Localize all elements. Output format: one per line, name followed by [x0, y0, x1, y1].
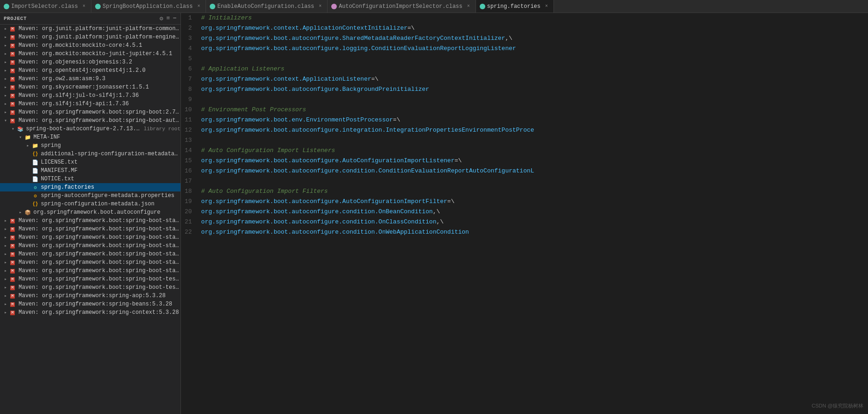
code-line-18: # Auto Configuration Import Filters [201, 186, 864, 197]
tree-item-15[interactable]: {}additional-spring-configuration-metada… [0, 150, 180, 158]
tree-arrow-14: ▸ [24, 143, 32, 148]
tab-spring-factories[interactable]: spring.factories× [476, 0, 554, 13]
line-number-4: 4 [185, 44, 192, 54]
tree-item-32[interactable]: ▸MMaven: org.springframework:spring-aop:… [0, 292, 180, 300]
tree-item-17[interactable]: 📄MANIFEST.MF [0, 166, 180, 175]
tree-arrow-5: ▸ [2, 68, 9, 73]
tree-label-16: LICENSE.txt [41, 159, 77, 166]
tree-arrow-28: ▸ [2, 260, 9, 265]
tree-item-34[interactable]: ▸MMaven: org.springframework:spring-cont… [0, 308, 180, 317]
sidebar-tree: ▸MMaven: org.junit.platform:junit-platfo… [0, 25, 180, 317]
tree-item-3[interactable]: ▸MMaven: org.mockito:mockito-junit-jupit… [0, 50, 180, 58]
tree-item-27[interactable]: ▸MMaven: org.springframework.boot:spring… [0, 250, 180, 258]
tree-item-2[interactable]: ▸MMaven: org.mockito:mockito-core:4.5.1 [0, 41, 180, 50]
tree-arrow-22: ▸ [17, 210, 24, 215]
tab-enable-auto[interactable]: EnableAutoConfiguration.class× [206, 0, 328, 13]
tab-close-spring-factories[interactable]: × [543, 3, 550, 10]
tab-close-spring-boot-app[interactable]: × [195, 3, 202, 10]
tree-item-14[interactable]: ▸📁spring [0, 141, 180, 150]
sidebar-header-icons: ⚙ ≡ − [160, 15, 177, 22]
code-line-1: # Initializers [201, 13, 864, 23]
tree-label-3: Maven: org.mockito:mockito-junit-jupiter… [19, 51, 172, 57]
tree-arrow-1: ▸ [2, 34, 9, 40]
minus-icon[interactable]: − [173, 15, 177, 22]
settings-icon[interactable]: ⚙ [160, 15, 163, 22]
tree-file-icon-22: 📦 [24, 210, 32, 216]
code-line-12: org.springframework.boot.autoconfigure.i… [201, 125, 864, 135]
tree-item-31[interactable]: ▸MMaven: org.springframework.boot:spring… [0, 283, 180, 292]
tree-item-13[interactable]: ▾📁META-INF [0, 133, 180, 141]
tree-item-33[interactable]: ▸MMaven: org.springframework:spring-bean… [0, 300, 180, 308]
tree-item-11[interactable]: ▾MMaven: org.springframework.boot:spring… [0, 116, 180, 125]
tree-label-31: Maven: org.springframework.boot:spring-b… [19, 284, 180, 291]
tree-item-21[interactable]: {}spring-configuration-metadata.json [0, 200, 180, 208]
tree-file-icon-4: M [9, 59, 17, 65]
tree-label-11: Maven: org.springframework.boot:spring-b… [19, 117, 180, 124]
editor[interactable]: 12345678910111213141516171819202122 # In… [181, 13, 868, 414]
tree-item-25[interactable]: ▸MMaven: org.springframework.boot:spring… [0, 233, 180, 242]
tree-file-icon-0: M [9, 26, 17, 32]
tree-arrow-31: ▸ [2, 285, 9, 290]
tree-file-icon-23: M [9, 218, 17, 223]
tree-arrow-24: ▸ [2, 226, 9, 232]
tree-file-icon-5: M [9, 68, 17, 73]
tree-item-12[interactable]: ▾📚spring-boot-autoconfigure-2.7.13.jar l… [0, 125, 180, 133]
tab-auto-config-import[interactable]: AutoConfigurationImportSelector.class× [328, 0, 476, 13]
tree-item-30[interactable]: ▸MMaven: org.springframework.boot:spring… [0, 275, 180, 283]
collapse-icon[interactable]: ≡ [166, 15, 170, 22]
tree-item-4[interactable]: ▸MMaven: org.objenesis:objenesis:3.2 [0, 58, 180, 66]
tree-item-1[interactable]: ▸MMaven: org.junit.platform:junit-platfo… [0, 33, 180, 41]
tab-import-selector[interactable]: ImportSelector.class× [0, 0, 91, 13]
tab-close-auto-config-import[interactable]: × [465, 3, 472, 10]
tree-item-9[interactable]: ▸MMaven: org.slf4j:slf4j-api:1.7.36 [0, 100, 180, 108]
tree-arrow-4: ▸ [2, 59, 9, 65]
line-number-11: 11 [185, 115, 192, 125]
tree-file-icon-15: {} [32, 151, 39, 157]
tree-file-icon-26: M [9, 243, 17, 248]
tab-close-import-selector[interactable]: × [81, 3, 87, 10]
tree-item-22[interactable]: ▸📦org.springframework.boot.autoconfigure [0, 208, 180, 217]
tree-item-28[interactable]: ▸MMaven: org.springframework.boot:spring… [0, 258, 180, 267]
tree-label-20: spring-autoconfigure-metadata.properties [41, 192, 174, 199]
tree-item-23[interactable]: ▸MMaven: org.springframework.boot:spring… [0, 217, 180, 225]
code-line-21: org.springframework.boot.autoconfigure.c… [201, 217, 864, 227]
tree-label-4: Maven: org.objenesis:objenesis:3.2 [19, 59, 132, 65]
tree-item-26[interactable]: ▸MMaven: org.springframework.boot:spring… [0, 242, 180, 250]
tree-item-16[interactable]: 📄LICENSE.txt [0, 158, 180, 166]
tree-item-18[interactable]: 📄NOTICE.txt [0, 175, 180, 183]
tree-label-21: spring-configuration-metadata.json [41, 201, 154, 207]
tab-spring-boot-app[interactable]: SpringBootApplication.class× [91, 0, 206, 13]
tree-label-8: Maven: org.slf4j:jul-to-slf4j:1.7.36 [19, 92, 139, 99]
tree-arrow-29: ▸ [2, 268, 9, 274]
tree-label-24: Maven: org.springframework.boot:spring-b… [19, 226, 180, 232]
tree-item-20[interactable]: ⚙spring-autoconfigure-metadata.propertie… [0, 191, 180, 200]
line-number-13: 13 [185, 135, 192, 146]
tree-item-10[interactable]: ▸MMaven: org.springframework.boot:spring… [0, 108, 180, 116]
code-line-6: # Application Listeners [201, 64, 864, 74]
tree-arrow-2: ▸ [2, 43, 9, 48]
code-line-9 [201, 95, 864, 105]
line-number-19: 19 [185, 197, 192, 207]
tree-item-19[interactable]: ⚙spring.factories [0, 183, 180, 191]
tree-item-6[interactable]: ▸MMaven: org.ow2.asm:asm:9.3 [0, 75, 180, 83]
tree-file-icon-9: M [9, 101, 17, 107]
line-number-22: 22 [185, 227, 192, 237]
tree-item-8[interactable]: ▸MMaven: org.slf4j:jul-to-slf4j:1.7.36 [0, 91, 180, 100]
tree-item-0[interactable]: ▸MMaven: org.junit.platform:junit-platfo… [0, 25, 180, 33]
tree-label-18: NOTICE.txt [41, 176, 74, 182]
tree-file-icon-18: 📄 [32, 176, 39, 182]
tree-arrow-30: ▸ [2, 276, 9, 282]
tree-label-0: Maven: org.junit.platform:junit-platform… [19, 25, 180, 32]
tree-label-28: Maven: org.springframework.boot:spring-b… [19, 259, 180, 266]
tree-item-24[interactable]: ▸MMaven: org.springframework.boot:spring… [0, 225, 180, 233]
line-number-8: 8 [185, 84, 192, 95]
line-number-5: 5 [185, 54, 192, 64]
tree-label-9: Maven: org.slf4j:slf4j-api:1.7.36 [19, 101, 129, 107]
tree-label-14: spring [41, 142, 61, 149]
tree-item-7[interactable]: ▸MMaven: org.skyscreamer:jsonassert:1.5.… [0, 83, 180, 91]
tab-icon-spring-boot-app [95, 4, 101, 9]
tree-item-29[interactable]: ▸MMaven: org.springframework.boot:spring… [0, 267, 180, 275]
tree-label-27: Maven: org.springframework.boot:spring-b… [19, 251, 180, 257]
tree-item-5[interactable]: ▸MMaven: org.opentest4j:opentest4j:1.2.0 [0, 66, 180, 75]
tab-close-enable-auto[interactable]: × [317, 3, 323, 10]
